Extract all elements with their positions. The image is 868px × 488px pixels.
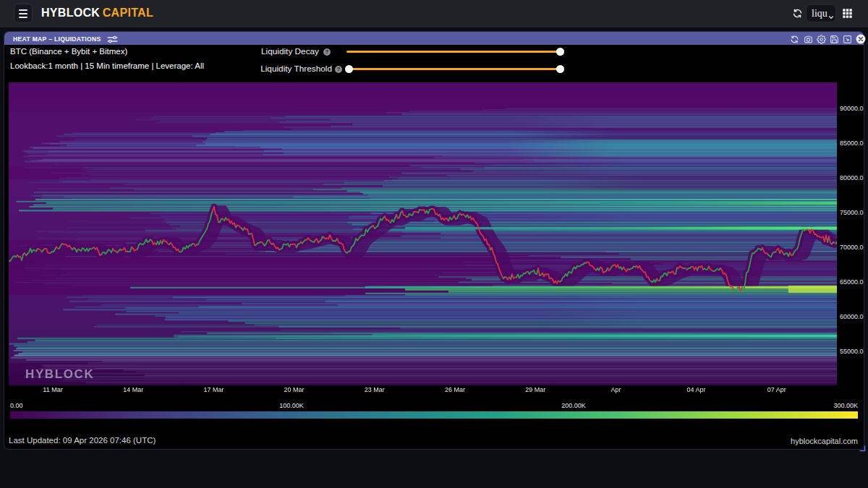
svg-text:HYBLOCK: HYBLOCK: [25, 367, 94, 381]
